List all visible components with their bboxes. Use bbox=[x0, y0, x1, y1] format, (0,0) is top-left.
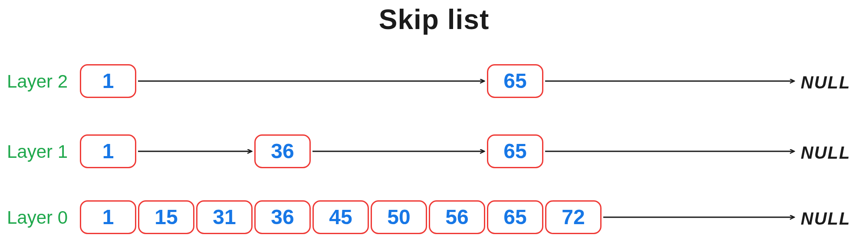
node-layer0-3: 36 bbox=[254, 200, 311, 234]
node-layer0-8: 72 bbox=[545, 200, 602, 234]
null-layer2: NULL bbox=[801, 73, 851, 92]
node-layer1-0: 1 bbox=[80, 134, 136, 168]
layer-2-label: Layer 2 bbox=[7, 71, 68, 92]
layer-0-label: Layer 0 bbox=[7, 207, 68, 228]
node-layer0-6: 56 bbox=[429, 200, 485, 234]
node-layer0-2: 31 bbox=[196, 200, 253, 234]
node-layer0-5: 50 bbox=[371, 200, 427, 234]
null-layer0: NULL bbox=[801, 209, 851, 228]
node-layer1-1: 36 bbox=[254, 134, 311, 168]
node-layer0-7: 65 bbox=[487, 200, 543, 234]
node-layer0-0: 1 bbox=[80, 200, 136, 234]
skip-list-diagram: Skip list Layer 2 Layer 1 Layer 0 1 65 N… bbox=[0, 0, 868, 248]
node-layer0-4: 45 bbox=[312, 200, 369, 234]
node-layer2-1: 65 bbox=[487, 64, 543, 98]
diagram-title: Skip list bbox=[0, 3, 868, 36]
null-layer1: NULL bbox=[801, 143, 851, 163]
node-layer2-0: 1 bbox=[80, 64, 136, 98]
node-layer1-2: 65 bbox=[487, 134, 543, 168]
layer-1-label: Layer 1 bbox=[7, 141, 68, 162]
node-layer0-1: 15 bbox=[138, 200, 194, 234]
